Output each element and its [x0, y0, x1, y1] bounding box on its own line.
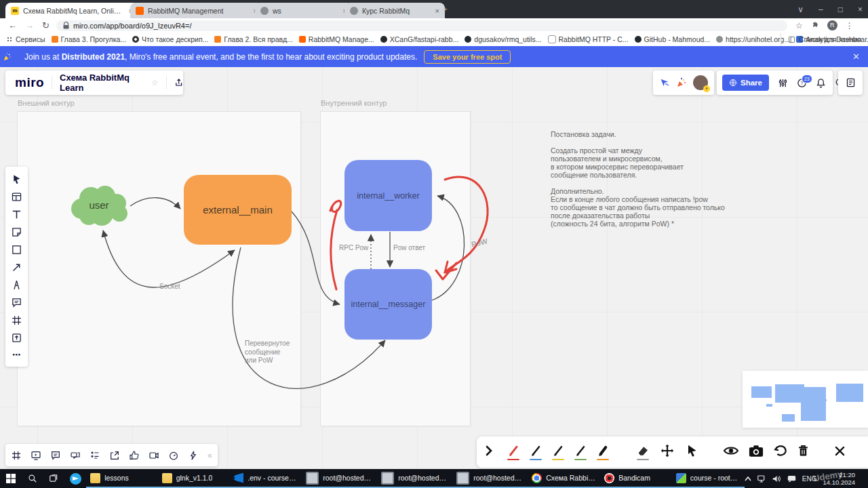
network-icon[interactable]: [757, 475, 766, 483]
taskbar-app-winscp[interactable]: course - root@31.2...: [672, 469, 745, 488]
bookmark-github-mahmoud[interactable]: GitHub - Mahmoud...: [635, 35, 710, 43]
bookmark-unihotel[interactable]: https://unihotel.org...: [716, 35, 790, 43]
taskbar-app-lessons[interactable]: lessons: [86, 469, 158, 488]
node-internal-worker[interactable]: internal__worker: [344, 160, 432, 231]
eraser-tool[interactable]: [635, 444, 650, 461]
pen-tool[interactable]: [11, 279, 22, 291]
bookmark-glava2[interactable]: Глава 2. Вся правд...: [214, 35, 293, 43]
pen-green-tool[interactable]: [574, 444, 587, 461]
tab-rabbitmq-management[interactable]: RabbitMQ Management ×: [130, 3, 263, 18]
minimap[interactable]: [743, 371, 868, 428]
frames-panel-icon[interactable]: [11, 450, 22, 461]
cursor-icon[interactable]: [659, 77, 670, 88]
notes-icon[interactable]: [846, 77, 856, 88]
reading-list-button[interactable]: Список для чтения: [781, 33, 861, 46]
share-button[interactable]: Share: [722, 75, 769, 91]
bookmark-servicy[interactable]: Сервисы: [6, 35, 45, 43]
taskbar-app-bandicam[interactable]: Bandicam: [600, 469, 672, 488]
tab-miro-board[interactable]: m Схема RabbitMq Learn, Online W ×: [5, 3, 138, 18]
cards-icon[interactable]: [90, 450, 100, 461]
node-external-main[interactable]: external__main: [184, 175, 292, 245]
close-button[interactable]: ×: [858, 5, 863, 14]
miro-logo[interactable]: miro: [15, 75, 44, 90]
text-tool[interactable]: [11, 209, 22, 220]
tab-kurs-rabbitmq[interactable]: Курс RabbitMq ×: [344, 3, 445, 18]
profile-avatar[interactable]: R: [827, 20, 837, 30]
comment-tool[interactable]: [11, 297, 22, 308]
pen-blue-tool[interactable]: [529, 444, 542, 461]
video-chat-icon[interactable]: [149, 450, 159, 461]
new-tab-button[interactable]: +: [442, 4, 448, 14]
taskbar-app-terminal-2[interactable]: root@hosted-by:/v...: [377, 469, 452, 488]
sticky-note-tool[interactable]: [11, 226, 22, 238]
taskbar-app-terminal-1[interactable]: root@hosted-by:/v...: [302, 469, 377, 488]
upload-tool[interactable]: [11, 332, 22, 344]
select-cursor-tool[interactable]: [11, 174, 22, 185]
timer-icon[interactable]: [168, 450, 179, 461]
taskbar-app-glnk[interactable]: glnk_v1.1.0: [158, 469, 230, 488]
user-avatar[interactable]: ⚡: [693, 75, 708, 90]
task-view-icon[interactable]: [43, 469, 65, 488]
shape-tool[interactable]: [11, 244, 22, 256]
move-tool[interactable]: [660, 443, 675, 461]
marker-orange-tool[interactable]: [596, 444, 610, 461]
bookmark-rabbitmq-manage[interactable]: RabbitMQ Manage...: [299, 35, 374, 43]
volume-icon[interactable]: [772, 475, 781, 483]
clock[interactable]: 21:20 14.10.2024 Udemy: [823, 471, 855, 486]
cursor-tool[interactable]: [685, 444, 698, 460]
task-note-text[interactable]: Постановка задачи. Создать простой чат м…: [551, 130, 741, 228]
extensions-puzzle-icon[interactable]: [811, 22, 819, 30]
taskbar-search-icon[interactable]: [22, 469, 43, 488]
tray-expand-icon[interactable]: [745, 476, 751, 481]
taskbar-app-chrome[interactable]: Схема RabbitMq L...: [528, 469, 600, 488]
show-hide-eye-tool[interactable]: [723, 445, 739, 460]
node-user[interactable]: user: [66, 182, 132, 230]
export-board-icon[interactable]: [174, 77, 184, 88]
undo-tool[interactable]: [773, 444, 787, 460]
presentation-icon[interactable]: [31, 450, 41, 461]
bookmark-glava3[interactable]: Глава 3. Прогулка...: [52, 35, 127, 43]
bookmark-dgusakov[interactable]: dgusakov/rmq_utils...: [465, 35, 541, 43]
bookmark-xcang[interactable]: XCanG/fastapi-rabb...: [380, 35, 459, 43]
favorite-star-icon[interactable]: ☆: [151, 78, 159, 87]
close-annotation-icon[interactable]: [834, 445, 846, 460]
share-screen-icon[interactable]: [109, 450, 120, 461]
chat-icon[interactable]: [70, 450, 81, 461]
reload-icon[interactable]: ↻: [42, 20, 50, 30]
language-indicator[interactable]: ENG: [802, 475, 817, 483]
more-tools[interactable]: ⋯: [12, 350, 21, 360]
telegram-icon[interactable]: [64, 469, 86, 488]
bookmark-rabbitmq-http[interactable]: RabbitMQ HTTP - C...: [548, 35, 629, 43]
activity-zap-icon[interactable]: [188, 450, 199, 461]
connector-arrow-tool[interactable]: [11, 262, 22, 273]
address-bar[interactable]: miro.com/app/board/o9J_IzeuvR4=/: [56, 20, 787, 31]
notification-icon[interactable]: [787, 475, 796, 483]
bookmark-chto-takoe[interactable]: Что такое дескрип...: [132, 35, 208, 43]
banner-close-icon[interactable]: ✕: [852, 52, 860, 62]
pen-red-tool[interactable]: [507, 444, 520, 461]
trash-tool[interactable]: [797, 444, 810, 460]
expand-chevron-icon[interactable]: [485, 445, 493, 459]
tab-search-caret-icon[interactable]: ∨: [797, 5, 804, 14]
party-popper-icon[interactable]: [676, 77, 687, 88]
taskbar-app-vscode[interactable]: .env - course [SSH: ...: [229, 469, 302, 488]
comments-icon[interactable]: [50, 450, 61, 461]
settings-sliders-icon[interactable]: [778, 78, 788, 88]
chrome-menu-icon[interactable]: ⋮: [846, 21, 854, 30]
bell-icon[interactable]: [816, 78, 826, 88]
tab-close-icon[interactable]: ×: [435, 7, 439, 15]
minimize-button[interactable]: –: [818, 5, 823, 14]
collapse-toolbar-icon[interactable]: «: [208, 451, 212, 460]
templates-tool[interactable]: [11, 191, 22, 203]
screenshot-camera-tool[interactable]: [749, 445, 764, 460]
back-icon[interactable]: ←: [8, 20, 17, 30]
frame-tool[interactable]: [11, 314, 22, 326]
taskbar-app-terminal-3[interactable]: root@hosted-by:/v...: [452, 469, 528, 488]
miro-canvas[interactable]: Внешний контур Внутренний контур: [0, 67, 868, 469]
help-icon[interactable]: ? 23: [797, 78, 807, 88]
save-your-free-spot-button[interactable]: Save your free spot: [424, 50, 511, 64]
board-title[interactable]: Схема RabbitMq Learn: [60, 73, 146, 93]
reactions-thumb-icon[interactable]: [129, 450, 140, 461]
bookmark-star-icon[interactable]: ☆: [795, 21, 803, 30]
start-button[interactable]: [0, 469, 22, 488]
